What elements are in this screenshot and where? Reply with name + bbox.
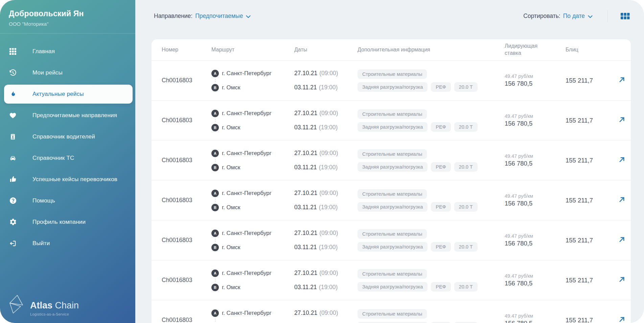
heart-icon: [9, 111, 17, 120]
sort-label: Сортировать:: [523, 13, 560, 20]
rate-per-km: 49.47 руб/км: [505, 113, 566, 119]
trip-route: А г. Санкт-Петербург В г. Омск: [211, 148, 294, 173]
sort-dropdown[interactable]: По дате: [563, 12, 593, 20]
route-connector: [215, 279, 215, 282]
trip-number: Ch0016803: [162, 237, 211, 244]
trip-dates: 27.10.21 (09:00) 03.11.21 (19:00): [294, 108, 358, 133]
sidebar-item-vehicles-directory[interactable]: Справочник ТС: [0, 147, 135, 169]
trip-dates: 27.10.21 (09:00) 03.11.21 (19:00): [294, 267, 358, 293]
trip-row[interactable]: Ch0016803 А г. Санкт-Петербург В г. Омск: [152, 220, 631, 260]
time-to: (19:00): [319, 244, 338, 251]
trip-dates: 27.10.21 (09:00) 03.11.21 (19:00): [294, 188, 358, 213]
arrow-up-right-icon: [618, 276, 625, 284]
trip-row[interactable]: Ch0016803 А г. Санкт-Петербург В г. Омск: [152, 60, 631, 100]
open-trip-button[interactable]: [616, 195, 627, 206]
route-point-b-badge: В: [211, 204, 219, 211]
rate-per-km: 49.47 руб/км: [505, 313, 566, 319]
id-card-icon: [9, 133, 17, 141]
route-point-a-badge: А: [211, 230, 219, 237]
blitz-value: 155 211,7: [566, 117, 616, 124]
route-point-b: г. Омск: [222, 124, 240, 131]
date-from: 27.10.21: [294, 270, 317, 277]
open-trip-button[interactable]: [616, 75, 627, 86]
grid-view-toggle[interactable]: [620, 12, 630, 20]
atlas-chain-logo-icon: [7, 294, 26, 316]
trip-route: А г. Санкт-Петербург В г. Омск: [211, 267, 294, 293]
trip-additional-info: Строительные материалы Задняя разгрузка/…: [358, 189, 505, 212]
sidebar-item-favorite-directions[interactable]: Предпочитаемые направления: [0, 105, 135, 126]
blitz-value: 155 211,7: [566, 197, 616, 204]
open-trip-button[interactable]: [616, 115, 627, 126]
route-point-a-badge: А: [211, 270, 219, 277]
sidebar-item-label: Выйти: [32, 240, 50, 247]
route-connector: [215, 239, 215, 242]
car-icon: [9, 154, 17, 162]
leading-bid: 49.47 руб/км 156 780,5: [505, 153, 566, 167]
trip-route: А г. Санкт-Петербург В г. Омск: [211, 108, 294, 133]
rate-per-km: 49.47 руб/км: [505, 73, 566, 79]
time-from: (09:00): [319, 150, 338, 157]
trip-row[interactable]: Ch0016803 А г. Санкт-Петербург В г. Омск: [152, 140, 631, 180]
grid-icon: [9, 47, 17, 56]
date-from: 27.10.21: [294, 150, 317, 157]
tag-loading-type: Задняя разгрузка/погрузка: [358, 242, 428, 252]
table-header-row: Номер Маршрут Даты Дополнительная инфрма…: [152, 39, 631, 60]
leading-bid: 49.47 руб/км 156 780,5: [505, 313, 566, 323]
trip-route: А г. Санкт-Петербург В г. Омск: [211, 188, 294, 213]
time-to: (19:00): [319, 84, 338, 91]
sidebar-item-drivers-directory[interactable]: Справочник водителей: [0, 126, 135, 147]
atlas-chain-logo: Atlas Chain Logistics-as-a-Service: [7, 294, 79, 316]
blitz-value: 155 211,7: [566, 157, 616, 164]
time-from: (09:00): [319, 110, 338, 117]
sidebar-item-home[interactable]: Главная: [0, 41, 135, 62]
trip-row[interactable]: Ch0016803 А г. Санкт-Петербург В г. Омск: [152, 100, 631, 140]
trip-row[interactable]: Ch0016803 А г. Санкт-Петербург В г. Омск: [152, 180, 631, 220]
tag-cargo-type: Строительные материалы: [358, 269, 427, 279]
tag-weight: 20.0 Т: [454, 82, 478, 92]
blitz-value: 155 211,7: [566, 317, 616, 323]
trip-route: А г. Санкт-Петербург В г. Омск: [211, 228, 294, 253]
leading-bid-value: 156 780,5: [505, 120, 566, 127]
sidebar-item-logout[interactable]: Выйти: [0, 233, 135, 254]
direction-dropdown[interactable]: Предпочитаемые: [195, 12, 251, 20]
header-leading-bid: Лидирующая ставка: [505, 43, 547, 57]
tag-cargo-type: Строительные материалы: [358, 109, 427, 119]
trip-number: Ch0016803: [162, 117, 211, 124]
logo-brand-text: Atlas Chain: [30, 301, 79, 310]
trip-dates: 27.10.21 (09:00) 03.11.21 (19:00): [294, 307, 358, 323]
tag-loading-type: Задняя разгрузка/погрузка: [358, 82, 428, 92]
time-to: (19:00): [319, 164, 338, 171]
tag-loading-type: Задняя разгрузка/погрузка: [358, 162, 428, 172]
sidebar-item-help[interactable]: Помощь: [0, 190, 135, 211]
route-point-a-badge: А: [211, 70, 219, 77]
topbar: Направление: Предпочитаемые Сортировать:…: [135, 0, 644, 32]
sidebar-item-actual-trips[interactable]: Актуальные рейсы: [4, 85, 133, 104]
date-to: 03.11.21: [294, 284, 317, 291]
route-point-b: г. Омск: [222, 204, 240, 211]
tag-ref: РЕФ: [431, 122, 451, 132]
arrow-up-right-icon: [618, 316, 625, 323]
leading-bid-value: 156 780,5: [505, 80, 566, 87]
open-trip-button[interactable]: [616, 155, 627, 166]
trip-additional-info: Строительные материалы Задняя разгрузка/…: [358, 229, 505, 252]
trip-number: Ch0016803: [162, 317, 211, 323]
open-trip-button[interactable]: [616, 235, 627, 246]
trip-row[interactable]: Ch0016803 А г. Санкт-Петербург В г. Омск: [152, 300, 631, 323]
sidebar-item-company-profile[interactable]: Профиль компании: [0, 211, 135, 233]
tag-ref: РЕФ: [431, 162, 451, 172]
trip-row[interactable]: Ch0016803 А г. Санкт-Петербург В г. Омск: [152, 260, 631, 300]
open-trip-button[interactable]: [616, 315, 627, 323]
rate-per-km: 49.47 руб/км: [505, 273, 566, 279]
sidebar-item-my-trips[interactable]: Мои рейсы: [0, 62, 135, 83]
sidebar-item-success-cases[interactable]: Успешные кейсы перевозчиков: [0, 169, 135, 190]
leading-bid: 49.47 руб/км 156 780,5: [505, 233, 566, 247]
direction-label: Направление:: [154, 13, 192, 20]
rate-per-km: 49.47 руб/км: [505, 193, 566, 199]
sidebar: Добровольский Ян ООО "Моторика" Главная …: [0, 0, 135, 323]
open-trip-button[interactable]: [616, 275, 627, 286]
logo-tagline: Logistics-as-a-Service: [30, 312, 79, 316]
blitz-value: 155 211,7: [566, 237, 616, 244]
app-window: Добровольский Ян ООО "Моторика" Главная …: [0, 0, 644, 323]
date-to: 03.11.21: [294, 204, 317, 211]
time-from: (09:00): [319, 270, 338, 277]
